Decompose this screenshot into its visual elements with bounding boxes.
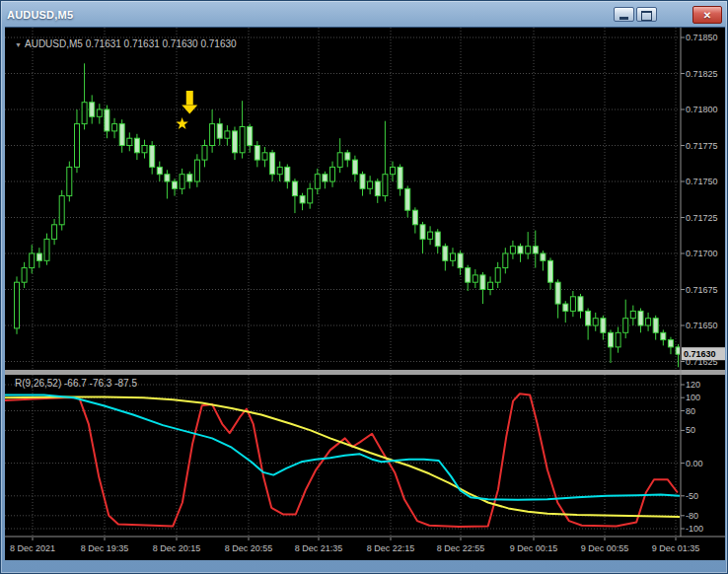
candle-body xyxy=(510,247,515,253)
candle-body xyxy=(15,282,20,328)
title-bar[interactable]: AUDUSD,M5 xyxy=(7,5,589,25)
window-title: AUDUSD,M5 xyxy=(7,9,73,21)
candle-body xyxy=(315,175,320,189)
candle-body xyxy=(443,247,448,261)
down-arrow-icon xyxy=(186,91,193,105)
candle-body xyxy=(586,311,591,325)
chart-frame: 0.718500.718250.718000.717750.717500.717… xyxy=(5,27,725,560)
candle-body xyxy=(36,253,41,260)
ohlc-label: AUDUSD,M5 0.71631 0.71631 0.71630 0.7163… xyxy=(25,38,237,49)
candle-body xyxy=(383,175,388,196)
candle-body xyxy=(601,319,606,333)
candle-body xyxy=(533,247,538,253)
maximize-button[interactable] xyxy=(636,7,657,22)
price-tick-label: 0.71725 xyxy=(686,213,718,223)
candle-body xyxy=(435,232,440,247)
indicator-tick-label: -100 xyxy=(686,524,703,534)
candle-body xyxy=(638,311,643,325)
candle-body xyxy=(337,153,342,168)
candle-body xyxy=(210,124,215,146)
candle-body xyxy=(345,153,350,160)
indicator-label: R(9,26,52) -66.7 -76.3 -87.5 xyxy=(15,378,137,389)
chart-svg[interactable]: 0.718500.718250.718000.717750.717500.717… xyxy=(5,28,725,560)
candle-body xyxy=(352,160,357,175)
candle-body xyxy=(616,332,620,347)
minimize-icon xyxy=(619,17,628,20)
candle-body xyxy=(157,167,162,174)
candle-body xyxy=(233,131,238,153)
indicator-tick-label: 0.00 xyxy=(686,459,703,468)
candle-body xyxy=(59,196,64,225)
candle-body xyxy=(578,297,583,312)
candle-body xyxy=(368,181,373,188)
candle-body xyxy=(194,160,199,181)
candle-body xyxy=(518,247,523,253)
candle-body xyxy=(451,253,456,260)
candle-body xyxy=(420,225,425,240)
price-tick-label: 0.71650 xyxy=(686,321,718,330)
current-price-label: 0.71630 xyxy=(684,349,716,359)
price-tick-label: 0.71700 xyxy=(686,249,718,258)
candle-body xyxy=(150,146,155,168)
candle-body xyxy=(405,188,410,210)
candle-body xyxy=(300,196,305,203)
minimize-button[interactable] xyxy=(614,7,634,22)
candle-body xyxy=(248,127,253,146)
time-tick-label: 8 Dec 22:15 xyxy=(367,543,415,553)
candle-body xyxy=(142,146,147,153)
candle-body xyxy=(473,275,477,282)
candle-body xyxy=(646,319,651,325)
candle-body xyxy=(503,253,508,268)
chart-canvas[interactable]: 0.718500.718250.718000.717750.717500.717… xyxy=(5,28,725,560)
candle-body xyxy=(360,175,365,189)
candle-body xyxy=(630,311,635,318)
chart-background xyxy=(5,28,725,560)
candle-body xyxy=(555,282,560,304)
indicator-tick-label: 80 xyxy=(686,406,695,416)
candle-body xyxy=(653,319,658,333)
candle-body xyxy=(180,175,184,189)
candle-body xyxy=(97,109,102,116)
candle-body xyxy=(661,332,666,339)
candle-body xyxy=(668,340,673,347)
candle-body xyxy=(466,268,471,283)
close-button[interactable]: ✕ xyxy=(692,6,722,24)
candle-body xyxy=(30,253,35,268)
maximize-icon xyxy=(641,11,652,21)
candle-body xyxy=(495,268,500,283)
candle-body xyxy=(240,127,245,153)
candle-body xyxy=(458,253,463,268)
candle-body xyxy=(105,109,109,131)
candle-body xyxy=(623,319,628,333)
candle-body xyxy=(225,131,230,138)
candle-body xyxy=(428,232,433,239)
candle-body xyxy=(127,138,132,145)
time-tick-label: 8 Dec 22:55 xyxy=(437,543,485,553)
candle-body xyxy=(173,181,178,188)
mt4-chart-window: AUDUSD,M5 ✕ 0.718500.718250.718000.71775… xyxy=(0,0,728,574)
candle-body xyxy=(412,210,417,225)
object-marker-icon: ▼ xyxy=(15,41,22,48)
candle-body xyxy=(563,304,568,311)
time-tick-label: 8 Dec 21:35 xyxy=(295,543,343,553)
candle-body xyxy=(75,124,80,168)
time-tick-label: 8 Dec 19:35 xyxy=(81,543,129,553)
price-tick-label: 0.71750 xyxy=(686,177,718,186)
indicator-tick-label: 50 xyxy=(686,425,695,435)
candle-body xyxy=(22,268,27,283)
candle-body xyxy=(480,275,485,290)
price-tick-label: 0.71775 xyxy=(686,141,718,151)
time-tick-label: 8 Dec 2021 xyxy=(10,543,55,553)
candle-body xyxy=(488,282,493,289)
price-tick-label: 0.71800 xyxy=(686,105,718,114)
candle-body xyxy=(308,188,313,203)
candle-body xyxy=(112,124,117,131)
indicator-tick-label: -50 xyxy=(686,491,698,501)
candle-body xyxy=(67,167,72,195)
candle-body xyxy=(323,175,328,181)
candle-body xyxy=(609,332,614,347)
time-tick-label: 9 Dec 00:55 xyxy=(581,543,629,553)
candle-body xyxy=(593,319,598,325)
pane-splitter[interactable] xyxy=(5,370,725,375)
candle-body xyxy=(202,146,207,161)
